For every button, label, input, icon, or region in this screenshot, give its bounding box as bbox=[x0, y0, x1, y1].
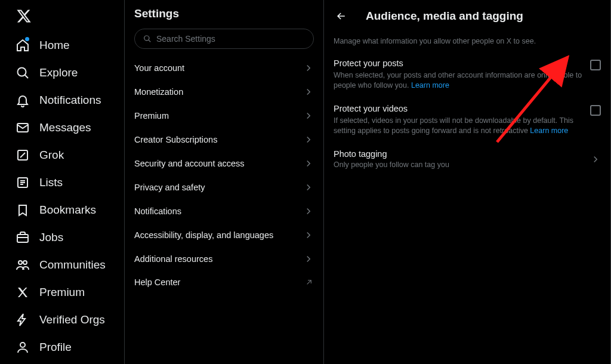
settings-item-label: Your account bbox=[134, 63, 184, 73]
nav-label: Premium bbox=[39, 286, 85, 299]
detail-title: Audience, media and tagging bbox=[366, 10, 523, 23]
chevron-right-icon bbox=[590, 154, 601, 165]
search-placeholder: Search Settings bbox=[156, 34, 215, 44]
settings-item-label: Notifications bbox=[134, 206, 181, 216]
settings-your-account[interactable]: Your account bbox=[125, 56, 323, 80]
settings-accessibility[interactable]: Accessibility, display, and languages bbox=[125, 223, 323, 247]
settings-additional-resources[interactable]: Additional resources bbox=[125, 247, 323, 271]
settings-title: Settings bbox=[125, 0, 323, 29]
nav-label: Communities bbox=[39, 258, 106, 272]
nav-explore[interactable]: Explore bbox=[7, 60, 124, 86]
photo-tagging-desc: Only people you follow can tag you bbox=[334, 160, 449, 170]
settings-privacy-safety[interactable]: Privacy and safety bbox=[125, 175, 323, 199]
nav-premium[interactable]: Premium bbox=[7, 279, 124, 306]
protect-posts-desc: When selected, your posts and other acco… bbox=[334, 70, 583, 91]
settings-item-label: Additional resources bbox=[134, 254, 212, 264]
settings-creator-subscriptions[interactable]: Creator Subscriptions bbox=[125, 128, 323, 152]
nav-jobs[interactable]: Jobs bbox=[7, 224, 124, 251]
chevron-right-icon bbox=[303, 63, 314, 73]
svg-point-5 bbox=[18, 261, 22, 264]
search-icon bbox=[143, 35, 152, 43]
chevron-right-icon bbox=[303, 206, 314, 217]
chevron-right-icon bbox=[303, 182, 314, 193]
protect-posts-checkbox[interactable] bbox=[590, 60, 601, 70]
settings-help-center[interactable]: Help Center bbox=[125, 271, 323, 294]
svg-point-7 bbox=[20, 343, 25, 347]
settings-item-label: Accessibility, display, and languages bbox=[134, 230, 273, 240]
x-logo[interactable] bbox=[7, 4, 124, 31]
detail-subtitle: Manage what information you allow other … bbox=[324, 32, 610, 53]
chevron-right-icon bbox=[303, 110, 314, 121]
detail-panel: Audience, media and tagging Manage what … bbox=[324, 0, 611, 364]
chevron-right-icon bbox=[303, 134, 314, 145]
protect-videos-setting: Protect your videos If selected, videos … bbox=[324, 98, 610, 143]
nav-label: Profile bbox=[39, 341, 72, 354]
learn-more-link[interactable]: Learn more bbox=[411, 81, 449, 90]
nav-label: Explore bbox=[39, 66, 78, 79]
learn-more-link[interactable]: Learn more bbox=[530, 127, 568, 135]
settings-security-access[interactable]: Security and account access bbox=[125, 152, 323, 175]
svg-rect-4 bbox=[17, 235, 28, 242]
nav-bookmarks[interactable]: Bookmarks bbox=[7, 197, 124, 223]
nav-label: Jobs bbox=[39, 231, 63, 244]
nav-messages[interactable]: Messages bbox=[7, 115, 124, 141]
protect-videos-desc: If selected, videos in your posts will n… bbox=[334, 116, 583, 136]
nav-label: Messages bbox=[39, 121, 91, 134]
settings-item-label: Monetization bbox=[134, 87, 183, 97]
nav-label: Bookmarks bbox=[39, 203, 96, 217]
chevron-right-icon bbox=[303, 254, 314, 264]
nav-more[interactable]: More bbox=[7, 362, 124, 364]
protect-posts-title: Protect your posts bbox=[334, 58, 583, 68]
primary-nav: Home Explore Notifications Messages Grok… bbox=[0, 0, 124, 364]
settings-search-input[interactable]: Search Settings bbox=[134, 29, 314, 49]
nav-lists[interactable]: Lists bbox=[7, 169, 124, 196]
chevron-right-icon bbox=[303, 158, 314, 169]
arrow-left-icon bbox=[335, 10, 347, 22]
settings-item-label: Help Center bbox=[134, 277, 180, 287]
svg-point-0 bbox=[18, 68, 26, 76]
nav-label: Home bbox=[39, 39, 70, 52]
nav-label: Verified Orgs bbox=[39, 313, 105, 326]
settings-item-label: Security and account access bbox=[134, 159, 245, 168]
protect-videos-checkbox[interactable] bbox=[590, 105, 601, 116]
photo-tagging-title: Photo tagging bbox=[334, 149, 449, 159]
settings-premium[interactable]: Premium bbox=[125, 104, 323, 128]
nav-communities[interactable]: Communities bbox=[7, 252, 124, 278]
settings-notifications[interactable]: Notifications bbox=[125, 199, 323, 223]
notification-dot-icon bbox=[25, 37, 29, 41]
settings-panel: Settings Search Settings Your account Mo… bbox=[124, 0, 324, 364]
protect-videos-title: Protect your videos bbox=[334, 104, 583, 113]
nav-label: Lists bbox=[39, 176, 63, 189]
nav-grok[interactable]: Grok bbox=[7, 142, 124, 168]
nav-label: Grok bbox=[39, 149, 64, 162]
settings-item-label: Privacy and safety bbox=[134, 183, 205, 192]
chevron-right-icon bbox=[303, 230, 314, 240]
external-link-icon bbox=[304, 277, 314, 287]
settings-item-label: Creator Subscriptions bbox=[134, 135, 217, 144]
settings-item-label: Premium bbox=[134, 111, 169, 121]
svg-point-6 bbox=[23, 261, 27, 264]
nav-notifications[interactable]: Notifications bbox=[7, 87, 124, 113]
nav-home[interactable]: Home bbox=[7, 32, 124, 58]
protect-posts-setting: Protect your posts When selected, your p… bbox=[324, 53, 610, 98]
settings-monetization[interactable]: Monetization bbox=[125, 80, 323, 104]
photo-tagging-row[interactable]: Photo tagging Only people you follow can… bbox=[324, 143, 610, 176]
back-button[interactable] bbox=[331, 6, 351, 26]
nav-verified-orgs[interactable]: Verified Orgs bbox=[7, 307, 124, 333]
nav-label: Notifications bbox=[39, 94, 101, 107]
nav-profile[interactable]: Profile bbox=[7, 334, 124, 360]
chevron-right-icon bbox=[303, 87, 314, 97]
